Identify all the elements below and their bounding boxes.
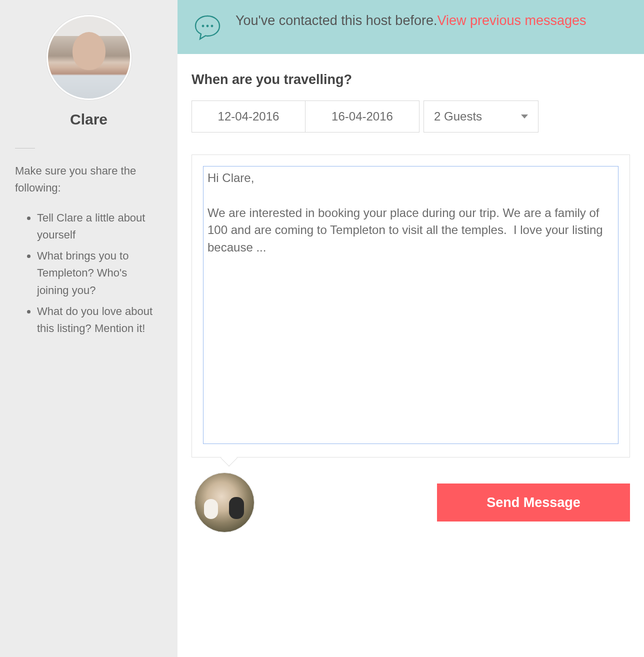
svg-point-2	[211, 25, 214, 28]
chevron-down-icon	[521, 114, 528, 118]
message-box-container	[192, 154, 630, 458]
main-panel: You've contacted this host before.View p…	[178, 0, 644, 657]
date-guest-row: 12-04-2016 16-04-2016 2 Guests	[192, 100, 630, 132]
guests-select[interactable]: 2 Guests	[424, 100, 538, 132]
svg-point-1	[206, 25, 209, 28]
banner-message: You've contacted this host before.	[236, 13, 437, 28]
info-banner: You've contacted this host before.View p…	[178, 0, 644, 54]
view-previous-messages-link[interactable]: View previous messages	[437, 13, 586, 28]
tip-item: What do you love about this listing? Men…	[37, 303, 162, 337]
banner-text: You've contacted this host before.View p…	[236, 11, 586, 30]
tip-item: Tell Clare a little about yourself	[37, 210, 162, 244]
chat-bubble-icon	[194, 13, 222, 41]
svg-point-0	[202, 25, 204, 28]
host-avatar-block: Clare	[15, 15, 162, 128]
sidebar: Clare Make sure you share the following:…	[0, 0, 178, 657]
speech-tail-decoration	[220, 450, 238, 466]
checkout-input[interactable]: 16-04-2016	[306, 100, 420, 132]
tips-list: Tell Clare a little about yourself What …	[15, 210, 162, 337]
checkin-value: 12-04-2016	[218, 110, 280, 124]
sidebar-prompt: Make sure you share the following:	[15, 162, 162, 196]
page-container: Clare Make sure you share the following:…	[0, 0, 644, 657]
guests-value: 2 Guests	[434, 110, 482, 124]
bottom-row: Send Message	[192, 472, 630, 532]
checkin-input[interactable]: 12-04-2016	[192, 100, 306, 132]
travel-question-heading: When are you travelling?	[192, 72, 630, 88]
host-avatar[interactable]	[46, 15, 132, 100]
tip-item: What brings you to Templeton? Who's join…	[37, 248, 162, 298]
user-avatar[interactable]	[194, 472, 254, 532]
checkout-value: 16-04-2016	[332, 110, 393, 124]
host-name: Clare	[70, 111, 108, 128]
sidebar-divider	[15, 148, 35, 148]
message-input[interactable]	[203, 166, 618, 444]
send-message-button[interactable]: Send Message	[437, 484, 630, 522]
form-content: When are you travelling? 12-04-2016 16-0…	[178, 54, 644, 546]
